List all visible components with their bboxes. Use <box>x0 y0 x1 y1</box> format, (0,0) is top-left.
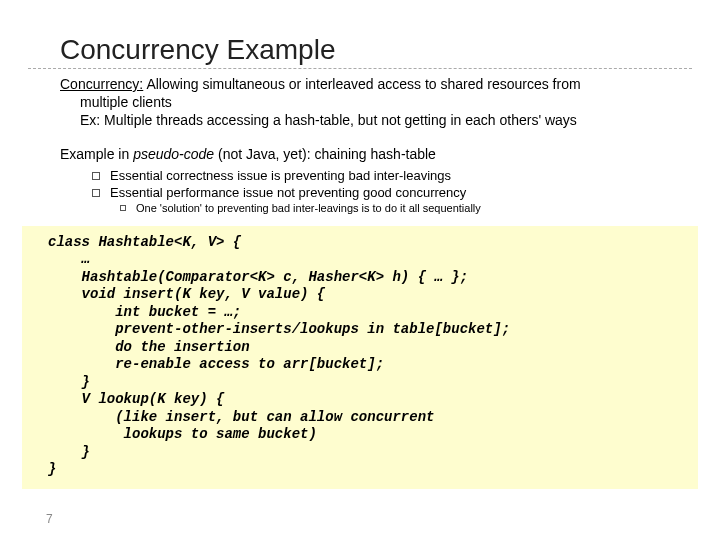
example-intro-pre: Example in <box>60 146 133 162</box>
example-intro-post: (not Java, yet): chaining hash-table <box>214 146 436 162</box>
bullet-2a: One 'solution' to preventing bad inter-l… <box>120 202 706 214</box>
slide: Concurrency Example Concurrency: Allowin… <box>0 0 720 489</box>
slide-title: Concurrency Example <box>60 34 706 66</box>
bullet-list: Essential correctness issue is preventin… <box>92 168 706 214</box>
bullet-2-text: Essential performance issue not preventi… <box>110 185 466 200</box>
bullet-2: Essential performance issue not preventi… <box>92 185 706 200</box>
square-bullet-icon <box>92 172 100 180</box>
definition-term: Concurrency: <box>60 76 143 92</box>
square-bullet-icon <box>120 205 126 211</box>
square-bullet-icon <box>92 189 100 197</box>
definition-body: Allowing simultaneous or interleaved acc… <box>143 76 580 92</box>
definition-cont1: multiple clients <box>80 93 686 111</box>
page-number: 7 <box>46 512 53 526</box>
example-intro-ital: pseudo-code <box>133 146 214 162</box>
divider <box>28 68 692 69</box>
bullet-2a-text: One 'solution' to preventing bad inter-l… <box>136 202 481 214</box>
bullet-1: Essential correctness issue is preventin… <box>92 168 706 183</box>
example-intro: Example in pseudo-code (not Java, yet): … <box>60 146 660 162</box>
bullet-1-text: Essential correctness issue is preventin… <box>110 168 451 183</box>
code-block: class Hashtable<K, V> { … Hashtable(Comp… <box>22 226 698 489</box>
definition-cont2: Ex: Multiple threads accessing a hash-ta… <box>80 111 686 129</box>
definition-line: Concurrency: Allowing simultaneous or in… <box>60 75 686 93</box>
